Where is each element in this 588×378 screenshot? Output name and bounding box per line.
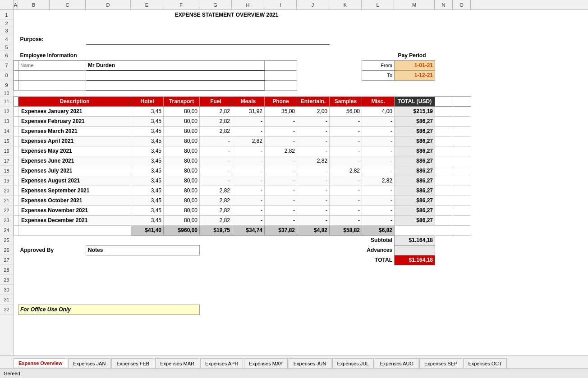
misc-cell-0[interactable]: 4,00 [362, 106, 395, 116]
phone-cell-9[interactable]: - [265, 196, 297, 205]
meals-cell-0[interactable]: 31,92 [232, 106, 265, 116]
col-header-b[interactable]: B [18, 0, 50, 9]
phone-cell-11[interactable]: - [265, 215, 297, 225]
meals-cell-10[interactable]: - [232, 205, 265, 215]
samples-cell-6[interactable]: 2,82 [330, 166, 362, 176]
col-header-n[interactable]: N [435, 0, 453, 9]
tab-expenses-aug[interactable]: Expenses AUG [375, 358, 418, 368]
misc-cell-9[interactable]: - [362, 196, 395, 205]
phone-cell-2[interactable]: - [265, 126, 297, 136]
samples-cell-7[interactable]: - [330, 176, 362, 186]
entertain-cell-1[interactable]: - [297, 116, 330, 126]
phone-cell-7[interactable]: - [265, 176, 297, 186]
meals-cell-5[interactable]: - [232, 156, 265, 166]
col-header-e[interactable]: E [131, 0, 163, 9]
transport-cell-0[interactable]: 80,00 [164, 106, 200, 116]
col-header-c[interactable]: C [50, 0, 86, 9]
transport-cell-3[interactable]: 80,00 [164, 136, 200, 146]
col-header-k[interactable]: K [329, 0, 362, 9]
fuel-cell-8[interactable]: 2,82 [200, 186, 232, 196]
desc-cell-8[interactable]: Expenses September 2021 [18, 186, 131, 196]
hotel-cell-5[interactable]: 3,45 [131, 156, 164, 166]
hotel-cell-3[interactable]: 3,45 [131, 136, 164, 146]
samples-cell-0[interactable]: 56,00 [330, 106, 362, 116]
fuel-cell-6[interactable]: - [200, 166, 232, 176]
meals-cell-1[interactable]: - [232, 116, 265, 126]
misc-cell-2[interactable]: - [362, 126, 395, 136]
samples-cell-4[interactable]: - [330, 146, 362, 156]
hotel-cell-6[interactable]: 3,45 [131, 166, 164, 176]
desc-cell-3[interactable]: Expenses April 2021 [18, 136, 131, 146]
phone-cell-8[interactable]: - [265, 186, 297, 196]
entertain-cell-4[interactable]: - [297, 146, 330, 156]
fuel-cell-9[interactable]: 2,82 [200, 196, 232, 205]
desc-cell-2[interactable]: Expenses March 2021 [18, 126, 131, 136]
tab-expenses-feb[interactable]: Expenses FEB [111, 358, 154, 368]
entertain-cell-0[interactable]: 2,00 [297, 106, 330, 116]
phone-cell-1[interactable]: - [265, 116, 297, 126]
misc-cell-4[interactable]: - [362, 146, 395, 156]
transport-cell-9[interactable]: 80,00 [164, 196, 200, 205]
hotel-cell-2[interactable]: 3,45 [131, 126, 164, 136]
desc-cell-0[interactable]: Expenses January 2021 [18, 106, 131, 116]
desc-cell-6[interactable]: Expenses July 2021 [18, 166, 131, 176]
tab-expenses-jul[interactable]: Expenses JUL [332, 358, 374, 368]
tab-expense-overview[interactable]: Expense Overview [14, 358, 67, 368]
hotel-cell-8[interactable]: 3,45 [131, 186, 164, 196]
meals-cell-11[interactable]: - [232, 215, 265, 225]
tab-expenses-apr[interactable]: Expenses APR [200, 358, 243, 368]
hotel-cell-1[interactable]: 3,45 [131, 116, 164, 126]
tab-expenses-sep[interactable]: Expenses SEP [419, 358, 462, 368]
fuel-cell-5[interactable]: - [200, 156, 232, 166]
fuel-cell-3[interactable]: - [200, 136, 232, 146]
col-header-d[interactable]: D [86, 0, 131, 9]
from-value[interactable]: 1-01-21 [395, 60, 435, 70]
transport-cell-2[interactable]: 80,00 [164, 126, 200, 136]
samples-cell-9[interactable]: - [330, 196, 362, 205]
meals-cell-7[interactable]: - [232, 176, 265, 186]
meals-cell-4[interactable]: - [232, 146, 265, 156]
entertain-cell-11[interactable]: - [297, 215, 330, 225]
transport-cell-8[interactable]: 80,00 [164, 186, 200, 196]
entertain-cell-3[interactable]: - [297, 136, 330, 146]
col-header-l[interactable]: L [362, 0, 394, 9]
transport-cell-4[interactable]: 80,00 [164, 146, 200, 156]
samples-cell-5[interactable]: - [330, 156, 362, 166]
transport-cell-5[interactable]: 80,00 [164, 156, 200, 166]
desc-cell-10[interactable]: Expenses November 2021 [18, 205, 131, 215]
hotel-cell-11[interactable]: 3,45 [131, 215, 164, 225]
fuel-cell-10[interactable]: 2,82 [200, 205, 232, 215]
samples-cell-1[interactable]: - [330, 116, 362, 126]
desc-cell-4[interactable]: Expenses May 2021 [18, 146, 131, 156]
meals-cell-2[interactable]: - [232, 126, 265, 136]
hotel-cell-7[interactable]: 3,45 [131, 176, 164, 186]
misc-cell-6[interactable]: - [362, 166, 395, 176]
entertain-cell-2[interactable]: - [297, 126, 330, 136]
col-header-i[interactable]: I [264, 0, 297, 9]
transport-cell-10[interactable]: 80,00 [164, 205, 200, 215]
col-header-o[interactable]: O [453, 0, 471, 9]
fuel-cell-4[interactable]: - [200, 146, 232, 156]
fuel-cell-11[interactable]: 2,82 [200, 215, 232, 225]
phone-cell-5[interactable]: - [265, 156, 297, 166]
misc-cell-10[interactable]: - [362, 205, 395, 215]
entertain-cell-7[interactable]: - [297, 176, 330, 186]
misc-cell-8[interactable]: - [362, 186, 395, 196]
misc-cell-3[interactable]: - [362, 136, 395, 146]
name-value[interactable]: Mr Durden [86, 60, 265, 70]
col-header-g[interactable]: G [199, 0, 232, 9]
col-header-j[interactable]: J [297, 0, 329, 9]
misc-cell-7[interactable]: 2,82 [362, 176, 395, 186]
entertain-cell-5[interactable]: 2,82 [297, 156, 330, 166]
transport-cell-6[interactable]: 80,00 [164, 166, 200, 176]
desc-cell-7[interactable]: Expenses August 2021 [18, 176, 131, 186]
desc-cell-9[interactable]: Expenses October 2021 [18, 196, 131, 205]
col-header-h[interactable]: H [232, 0, 264, 9]
misc-cell-5[interactable]: - [362, 156, 395, 166]
phone-cell-0[interactable]: 35,00 [265, 106, 297, 116]
entertain-cell-9[interactable]: - [297, 196, 330, 205]
entertain-cell-10[interactable]: - [297, 205, 330, 215]
samples-cell-10[interactable]: - [330, 205, 362, 215]
to-value[interactable]: 1-12-21 [395, 70, 435, 80]
tab-expenses-jun[interactable]: Expenses JUN [289, 358, 331, 368]
